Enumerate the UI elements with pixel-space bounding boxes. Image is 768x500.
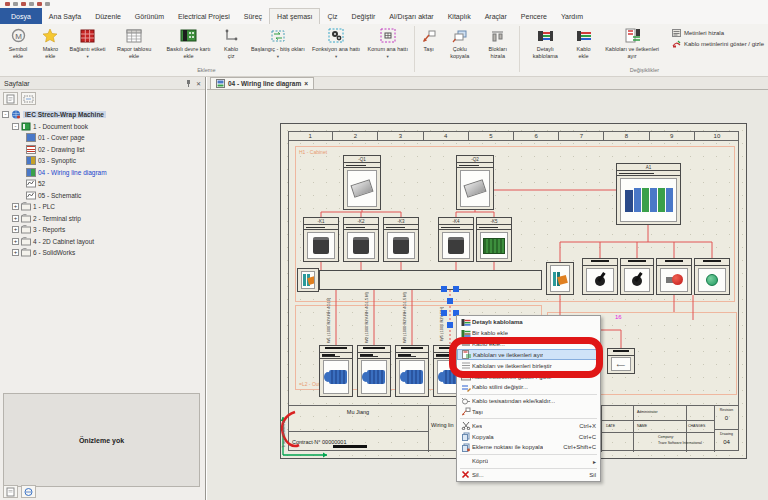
expander-icon[interactable]: -: [2, 111, 9, 118]
component-starter-k3[interactable]: -K3: [383, 217, 419, 262]
menu-araclar[interactable]: Araçlar: [478, 8, 514, 24]
menu-electrical-projesi[interactable]: Electrical Projesi: [171, 8, 237, 24]
function-outline-button[interactable]: Fonksiyon ana hattı ▾: [308, 25, 363, 60]
expander-icon[interactable]: -: [12, 123, 19, 130]
context-item-copy-with-insert-point[interactable]: Ekleme noktası ile kopyala Ctrl+Shift+C: [457, 442, 600, 453]
tree-item-2d-cabinet-layout[interactable]: + 4 - 2D Cabinet layout: [2, 236, 205, 248]
component-emergency-stop[interactable]: [656, 258, 692, 295]
quick-access-toolbar[interactable]: [0, 0, 768, 8]
component-board-k5[interactable]: -K5: [476, 217, 512, 262]
qat-icon[interactable]: [21, 2, 26, 6]
close-panel-icon[interactable]: ✕: [196, 80, 201, 87]
qat-icon[interactable]: [13, 2, 18, 6]
component-green-pushbutton[interactable]: [694, 258, 730, 295]
cable-label-w3[interactable]: W3 (1000 R2V-RH 4G1.5 M): [402, 293, 407, 343]
component-breaker-q1[interactable]: -Q1: [343, 155, 381, 210]
component-cam-switch-2[interactable]: [620, 258, 654, 295]
tree-item-plc[interactable]: + 1 - PLC: [2, 201, 205, 213]
draw-wire-button[interactable]: Kablo çiz: [218, 25, 244, 60]
tree-item-drawing-list[interactable]: 02 - Drawing list: [2, 144, 205, 156]
menu-yardim[interactable]: Yardım: [554, 8, 590, 24]
component-starter-k4[interactable]: -K4: [438, 217, 474, 262]
context-item-harness-add-remove[interactable]: Kablo tesisatından ekle/kaldır...: [457, 396, 600, 407]
cable-label-w5[interactable]: W5 (1000 R2V-RH): [439, 295, 444, 341]
context-item-delete[interactable]: Sil... Sil: [457, 470, 600, 481]
context-item-change-cable-style[interactable]: Kablo stilini değiştir...: [457, 382, 600, 393]
tree-item-synoptic[interactable]: 03 - Synoptic: [2, 155, 205, 167]
new-page-button[interactable]: [3, 92, 18, 105]
location-outline-button[interactable]: Konum ana hattı ▾: [364, 25, 412, 60]
add-cable-button[interactable]: Kablo ekle: [569, 25, 598, 60]
menu-surec[interactable]: Süreç: [237, 8, 269, 24]
separate-cables-button[interactable]: Kabloları ve iletkenleri ayır: [598, 25, 666, 60]
cable-label-w2[interactable]: W2 (1000 R2V-RH 4G1.5 M): [364, 293, 369, 343]
menu-ana-sayfa[interactable]: Ana Sayfa: [42, 8, 88, 24]
terminal-strip[interactable]: [319, 270, 542, 290]
cable-label-w1[interactable]: W1 (1000 R2V-RH 4G10): [326, 293, 331, 343]
component-cam-switch-1[interactable]: [582, 258, 618, 295]
tree-item-cover-page[interactable]: 01 - Cover page: [2, 132, 205, 144]
detailed-cabling-button[interactable]: Detaylı kablolama: [522, 25, 569, 60]
component-breaker-q2[interactable]: -Q2: [456, 155, 494, 210]
tree-item-schematic[interactable]: 05 - Schematic: [2, 190, 205, 202]
expander-icon[interactable]: +: [12, 249, 19, 256]
context-item-hyperlink[interactable]: Köprü ▸: [457, 456, 600, 467]
close-tab-icon[interactable]: ×: [304, 80, 308, 87]
insert-pcb-button[interactable]: Baskılı devre kartı ekle: [159, 25, 218, 60]
insert-macro-button[interactable]: Makro ekle: [35, 25, 66, 60]
tree-item-terminal-strip[interactable]: + 2 - Terminal strip: [2, 213, 205, 225]
component-relay[interactable]: [546, 262, 574, 295]
tab-wiring-line-diagram[interactable]: 04 - Wiring line diagram ×: [210, 77, 314, 89]
align-texts-button[interactable]: Metinleri hizala: [672, 29, 764, 37]
component-motor-3[interactable]: [395, 345, 429, 397]
qat-icon[interactable]: [5, 2, 10, 6]
menu-hat-semasi[interactable]: Hat şeması: [269, 8, 320, 24]
insert-symbol-button[interactable]: M Sembol ekle: [1, 25, 35, 60]
expander-icon[interactable]: +: [12, 226, 19, 233]
insert-report-table-button[interactable]: Rapor tablosu ekle: [109, 25, 159, 60]
component-motor-2[interactable]: [357, 345, 391, 397]
context-item-cut[interactable]: Kes Ctrl+X: [457, 420, 600, 431]
qat-icon[interactable]: [45, 2, 50, 6]
component-small-device[interactable]: ⟵: [607, 348, 635, 374]
tree-item-wiring-line-diagram[interactable]: 04 - Wiring line diagram: [2, 167, 205, 179]
tree-item-project[interactable]: - IEC Strech-Wrap Machine: [2, 109, 205, 121]
menu-ciz[interactable]: Çiz: [320, 8, 344, 24]
menu-gorunum[interactable]: Görünüm: [128, 8, 171, 24]
component-plc-a1[interactable]: A1: [616, 163, 681, 225]
context-item-detailed-cabling[interactable]: Detaylı kablolama: [457, 317, 600, 328]
menu-dosya[interactable]: Dosya: [0, 8, 42, 24]
menu-degistir[interactable]: Değiştir: [345, 8, 383, 24]
context-item-move[interactable]: Taşı: [457, 407, 600, 418]
expander-icon[interactable]: +: [12, 215, 19, 222]
component-starter-k2[interactable]: -K2: [343, 217, 379, 262]
menu-al-disari-aktar[interactable]: Al/Dışarı aktar: [382, 8, 440, 24]
menu-kitaplik[interactable]: Kitaplık: [441, 8, 478, 24]
pages-view-button[interactable]: [3, 485, 18, 498]
tree-item-52[interactable]: 52: [2, 178, 205, 190]
pin-icon[interactable]: [185, 79, 192, 87]
context-item-copy[interactable]: Kopyala Ctrl+C: [457, 431, 600, 442]
qat-icon[interactable]: [37, 2, 42, 6]
connection-label-button[interactable]: Bağlantı etiketi ▾: [66, 25, 110, 60]
browse-pages-button[interactable]: [21, 92, 36, 105]
cut-icon: [459, 421, 472, 430]
terminal-strip-icon-box[interactable]: [297, 268, 319, 292]
qat-icon[interactable]: [29, 2, 34, 6]
component-starter-k1[interactable]: -K1: [303, 217, 339, 262]
toggle-cable-text-button[interactable]: Kablo metinlerini göster / gizle: [672, 40, 764, 48]
tree-item-solidworks[interactable]: + 6 - SolidWorks: [2, 247, 205, 259]
tree-item-reports[interactable]: + 3 - Reports: [2, 224, 205, 236]
component-motor-1[interactable]: [319, 345, 353, 397]
menu-duzenle[interactable]: Düzenle: [88, 8, 128, 24]
multiple-copy-button[interactable]: Çoklu kopyala: [441, 25, 479, 60]
menu-pencere[interactable]: Pencere: [514, 8, 554, 24]
tree-item-document-book[interactable]: - 1 - Document book: [2, 121, 205, 133]
align-blocks-button[interactable]: Blokları hizala: [479, 25, 517, 60]
expander-icon[interactable]: +: [12, 238, 19, 245]
drawing-canvas[interactable]: 1 2 3 4 5 6 7 8 9 10 H1 - Cabinet =L2 - …: [207, 90, 768, 500]
start-end-arrows-button[interactable]: Başlangıç - bitiş okları ▾: [247, 25, 308, 60]
move-button[interactable]: Taşı: [417, 25, 441, 54]
components-view-button[interactable]: [21, 485, 36, 498]
expander-icon[interactable]: +: [12, 203, 19, 210]
